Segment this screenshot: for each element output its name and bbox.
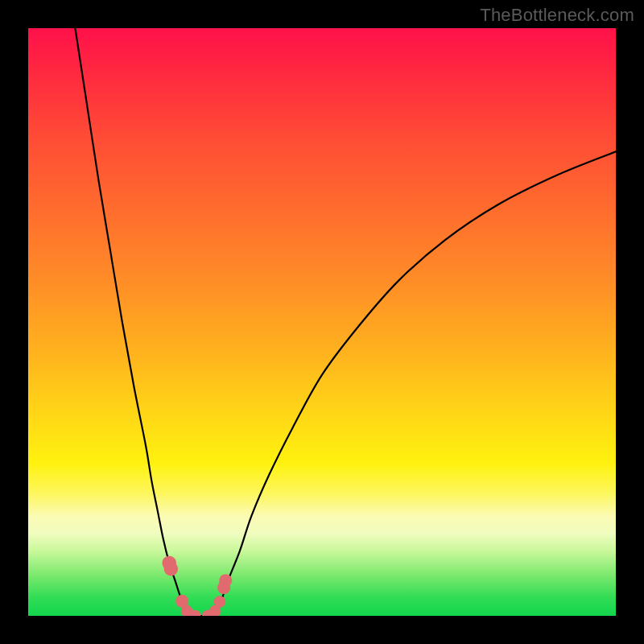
marker-dot bbox=[214, 596, 226, 608]
watermark-text: TheBottleneck.com bbox=[480, 5, 634, 26]
right-curve bbox=[213, 151, 616, 616]
curve-svg bbox=[28, 28, 616, 616]
marker-dot bbox=[219, 574, 232, 587]
scatter-markers bbox=[162, 556, 232, 616]
left-curve bbox=[75, 28, 190, 616]
chart-frame: TheBottleneck.com bbox=[0, 0, 644, 644]
marker-dot bbox=[164, 562, 179, 576]
plot-area bbox=[28, 28, 616, 616]
